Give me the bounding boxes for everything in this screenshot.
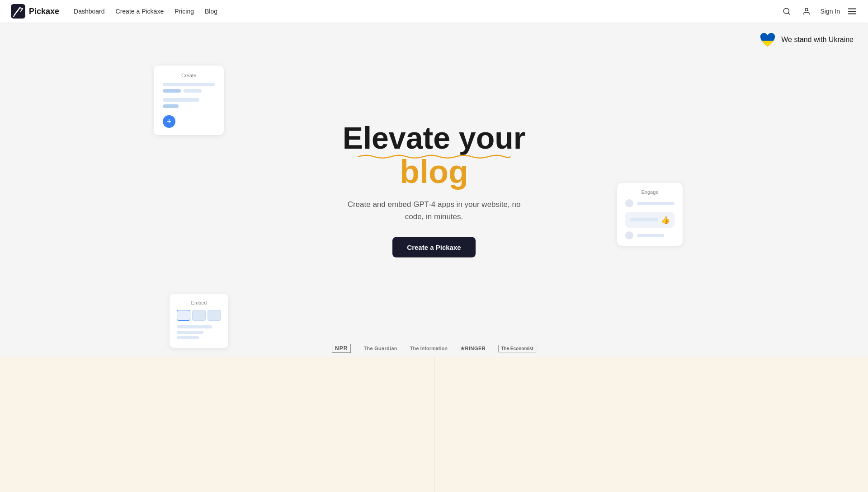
navbar: Pickaxe Dashboard Create a Pickaxe Prici… [0, 0, 868, 23]
embed-card: Embed [170, 294, 228, 348]
logo-link[interactable]: Pickaxe [11, 4, 59, 19]
logo-guardian: The Guardian [363, 343, 397, 353]
logo-information: The Information [410, 343, 448, 353]
nav-dashboard[interactable]: Dashboard [74, 8, 105, 15]
logos-strip: NPR The Guardian The Information ★RINGER… [332, 343, 536, 357]
engage-card: Engage 👍 [617, 183, 683, 246]
search-icon [783, 7, 791, 15]
embed-content-bar-2 [177, 331, 203, 334]
embed-content-bar-3 [177, 336, 199, 339]
ukraine-text: We stand with Ukraine [781, 36, 854, 44]
bottom-divider [434, 357, 434, 492]
main-nav: Dashboard Create a Pickaxe Pricing Blog [74, 8, 780, 15]
create-card-label: Create [163, 73, 215, 78]
engage-bubble: 👍 [625, 212, 675, 228]
create-pickaxe-cta-button[interactable]: Create a Pickaxe [392, 237, 475, 258]
nav-create-pickaxe[interactable]: Create a Pickaxe [116, 8, 164, 15]
engage-card-label: Engage [625, 189, 675, 195]
nav-pricing[interactable]: Pricing [175, 8, 194, 15]
hero-title-line2: blog [307, 155, 561, 189]
engage-row-2 [625, 231, 675, 239]
embed-tab-1[interactable] [177, 310, 190, 321]
hero-title-line1: Elevate your [343, 121, 525, 155]
engage-avatar-1 [625, 199, 633, 207]
create-bar-2 [163, 89, 181, 93]
svg-line-2 [788, 13, 790, 14]
embed-card-label: Embed [177, 300, 221, 305]
hero-section: We stand with Ukraine Create + Engage [0, 23, 868, 357]
title-underline-svg [357, 153, 511, 159]
hero-title-wrapper: Elevate your [343, 122, 525, 154]
svg-point-3 [805, 8, 808, 11]
nav-blog[interactable]: Blog [205, 8, 217, 15]
navbar-actions: Sign In [780, 5, 857, 18]
engage-bubble-bar [630, 218, 658, 221]
hero-subtitle: Create and embed GPT-4 apps in your webs… [307, 198, 561, 223]
engage-bar-2 [637, 234, 664, 237]
bottom-section [0, 357, 868, 492]
hamburger-menu-button[interactable] [847, 6, 857, 16]
embed-content-bar-1 [177, 325, 212, 328]
ukraine-heart-icon [759, 31, 777, 49]
logo-economist: The Economist [498, 343, 536, 353]
thumbs-up-icon: 👍 [661, 216, 670, 224]
page: We stand with Ukraine Create + Engage [0, 0, 868, 492]
engage-bar-1 [637, 202, 675, 205]
create-plus-button[interactable]: + [163, 115, 175, 128]
logo-ringer: ★RINGER [460, 343, 486, 353]
svg-rect-0 [11, 4, 25, 19]
embed-tab-2[interactable] [192, 310, 206, 321]
logo-text: Pickaxe [29, 7, 59, 16]
ukraine-banner: We stand with Ukraine [759, 31, 854, 49]
user-icon-button[interactable] [800, 5, 813, 18]
embed-tab-3[interactable] [208, 310, 221, 321]
engage-avatar-2 [625, 231, 633, 239]
hamburger-icon [847, 6, 857, 16]
create-bar-3 [184, 89, 202, 93]
create-bar-1 [163, 83, 215, 86]
create-card: Create + [154, 66, 224, 135]
create-bar-4 [163, 98, 199, 102]
create-bar-5 [163, 104, 179, 108]
embed-tabs [177, 310, 221, 321]
pickaxe-logo-icon [11, 4, 25, 19]
user-icon [802, 7, 811, 15]
hero-content: Elevate your blog Create and embed GPT-4… [307, 122, 561, 258]
sign-in-link[interactable]: Sign In [820, 8, 840, 15]
search-button[interactable] [780, 5, 793, 18]
engage-row-1 [625, 199, 675, 207]
logo-npr: NPR [332, 343, 351, 353]
